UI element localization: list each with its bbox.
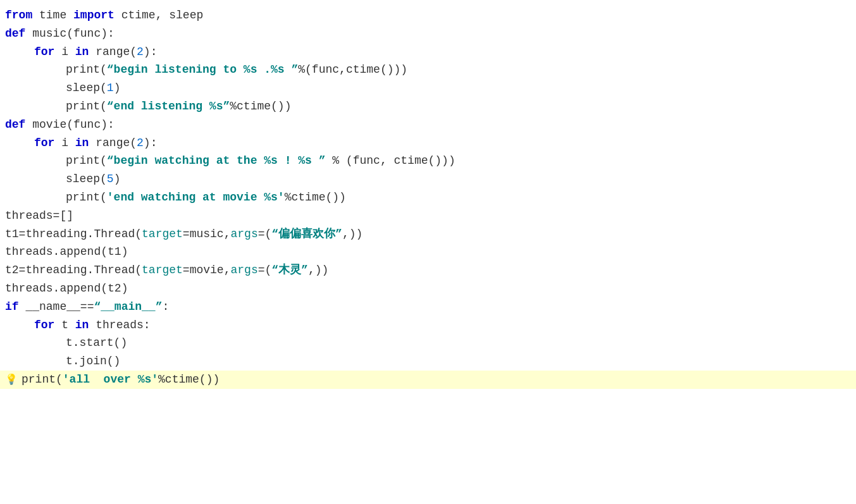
token-kw: def <box>5 25 25 43</box>
token-plain: threads.append(t1) <box>5 243 128 261</box>
code-line: 💡print('all over %s'%ctime()) <box>0 371 856 389</box>
code-line: from time import ctime, sleep <box>0 6 856 25</box>
token-string: “begin listening to %s .%s ” <box>107 61 298 79</box>
token-plain: print( <box>66 61 107 79</box>
code-line: for i in range(2): <box>0 43 856 61</box>
token-plain: threads.append(t2) <box>5 280 128 298</box>
token-number: 2 <box>137 43 144 61</box>
code-line: def music(func): <box>0 25 856 43</box>
token-plain: t.join() <box>66 352 120 371</box>
code-editor: from time import ctime, sleepdef music(f… <box>0 0 856 504</box>
token-plain: ) <box>114 79 121 97</box>
token-string: “begin watching at the %s ! %s ” <box>107 152 326 170</box>
code-line: print(“begin watching at the %s ! %s ” %… <box>0 152 856 170</box>
token-plain: range( <box>89 134 137 152</box>
code-line: t.start() <box>0 334 856 352</box>
code-line: if __name__==“__main__”: <box>0 298 856 316</box>
token-plain: print( <box>22 371 63 389</box>
token-plain: ,)) <box>308 261 328 280</box>
token-plain: %ctime()) <box>158 371 220 389</box>
token-plain: ): <box>144 134 158 152</box>
code-line: for i in range(2): <box>0 134 856 152</box>
code-line: print(“begin listening to %s .%s ”%(func… <box>0 61 856 79</box>
token-plain: %ctime()) <box>230 97 291 116</box>
token-param: args <box>230 261 257 280</box>
token-plain: time <box>32 6 73 25</box>
token-plain: %(func,ctime())) <box>298 61 407 79</box>
code-line: threads.append(t1) <box>0 243 856 261</box>
token-number: 2 <box>137 134 144 152</box>
token-kw: for <box>34 316 54 335</box>
token-kw: in <box>75 134 89 152</box>
code-line: for t in threads: <box>0 316 856 335</box>
token-string: 'end watching at movie %s' <box>107 188 285 207</box>
token-kw: from <box>5 6 32 25</box>
token-string: “木灵” <box>271 261 308 280</box>
token-plain: % (func, ctime())) <box>325 152 455 170</box>
token-plain: ,)) <box>342 225 363 243</box>
token-plain: =music, <box>183 225 231 243</box>
code-line: print('end watching at movie %s'%ctime()… <box>0 188 856 207</box>
token-plain: t <box>54 316 75 335</box>
token-param: args <box>230 225 257 243</box>
token-param: target <box>142 225 183 243</box>
token-plain: t1=threading.Thread( <box>5 225 142 243</box>
token-string: 'all over %s' <box>63 371 158 389</box>
token-plain: __name__== <box>19 298 94 316</box>
token-plain: sleep( <box>66 170 107 188</box>
token-kw: in <box>75 316 89 335</box>
token-plain: music(func): <box>25 25 114 43</box>
token-plain: movie(func): <box>25 116 114 134</box>
token-string: “__main__” <box>94 298 162 316</box>
token-plain: ctime, sleep <box>115 6 203 25</box>
token-plain: ): <box>144 43 158 61</box>
token-string: “偏偏喜欢你” <box>271 225 342 243</box>
token-number: 5 <box>107 170 114 188</box>
code-line: t1=threading.Thread(target=music,args=(“… <box>0 225 856 243</box>
code-line: def movie(func): <box>0 116 856 134</box>
token-plain: threads=[] <box>5 207 73 225</box>
token-plain: %ctime()) <box>285 188 346 207</box>
code-line: sleep(1) <box>0 79 856 97</box>
token-kw: if <box>5 298 19 316</box>
token-plain: =( <box>258 225 272 243</box>
token-plain: i <box>54 43 75 61</box>
token-plain: print( <box>66 188 107 207</box>
code-line: t.join() <box>0 352 856 371</box>
token-plain: : <box>162 298 169 316</box>
token-plain: t2=threading.Thread( <box>5 261 142 280</box>
token-plain: =( <box>258 261 272 280</box>
token-param: target <box>142 261 183 280</box>
token-plain: print( <box>66 152 107 170</box>
token-string: “end listening %s” <box>107 97 230 116</box>
token-kw: def <box>5 116 25 134</box>
token-plain: sleep( <box>66 79 107 97</box>
code-line: threads.append(t2) <box>0 280 856 298</box>
token-kw: for <box>34 43 54 61</box>
token-plain: threads: <box>89 316 150 335</box>
token-plain: =movie, <box>183 261 231 280</box>
code-line: print(“end listening %s”%ctime()) <box>0 97 856 116</box>
code-line: sleep(5) <box>0 170 856 188</box>
token-plain: i <box>54 134 75 152</box>
code-line: t2=threading.Thread(target=movie,args=(“… <box>0 261 856 280</box>
token-plain: print( <box>66 97 107 116</box>
code-line: threads=[] <box>0 207 856 225</box>
token-number: 1 <box>107 79 114 97</box>
token-plain: ) <box>114 170 121 188</box>
bulb-icon: 💡 <box>5 372 18 389</box>
token-kw: for <box>34 134 54 152</box>
token-kw: in <box>75 43 89 61</box>
token-plain: range( <box>89 43 137 61</box>
token-plain: t.start() <box>66 334 127 352</box>
token-kw: import <box>73 6 115 25</box>
